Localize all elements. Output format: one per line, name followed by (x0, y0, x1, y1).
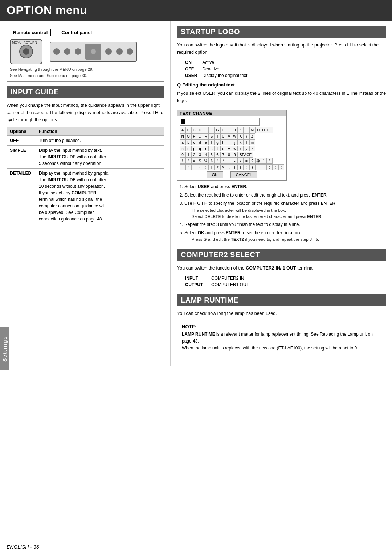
char-k[interactable]: k (238, 139, 244, 145)
char-0[interactable]: 0 (180, 152, 185, 158)
char-u[interactable]: u (220, 146, 226, 151)
char-p[interactable]: p (191, 146, 197, 151)
char-rp3[interactable]: ) (255, 164, 261, 170)
char-Y[interactable]: Y (244, 133, 249, 139)
char-R[interactable]: R (203, 133, 209, 139)
char-minus[interactable]: - (232, 158, 238, 164)
char-w[interactable]: w (232, 146, 238, 151)
char-B[interactable]: B (185, 127, 191, 133)
char-n[interactable]: n (180, 146, 185, 151)
char-q[interactable]: q (197, 146, 203, 151)
char-z[interactable]: z (249, 146, 255, 151)
char-lp4[interactable]: ( (244, 164, 249, 170)
char-lparen[interactable]: ( (197, 164, 203, 170)
char-s[interactable]: s (209, 146, 215, 151)
char-K[interactable]: K (238, 127, 244, 133)
char-H[interactable]: H (220, 127, 226, 133)
char-3[interactable]: 3 (197, 152, 203, 158)
char-plus[interactable]: + (226, 158, 232, 164)
char-9[interactable]: 9 (232, 152, 238, 158)
char-I[interactable]: I (226, 127, 232, 133)
char-6[interactable]: 6 (215, 152, 220, 158)
delete-button[interactable]: DELETE (255, 127, 273, 133)
char-j[interactable]: j (232, 139, 238, 145)
char-t[interactable]: t (215, 146, 220, 151)
char-hash[interactable]: # (191, 158, 197, 164)
char-h[interactable]: h (220, 139, 226, 145)
char-o[interactable]: o (185, 146, 191, 151)
char-E[interactable]: E (203, 127, 209, 133)
char-2[interactable]: 2 (191, 152, 197, 158)
char-dot[interactable]: . (261, 164, 267, 170)
char-J[interactable]: J (232, 127, 238, 133)
char-1[interactable]: 1 (185, 152, 191, 158)
char-X[interactable]: X (238, 133, 244, 139)
char-rp2[interactable]: ) (249, 164, 255, 170)
char-x[interactable]: x (238, 146, 244, 151)
char-grave[interactable]: ~ (191, 164, 197, 170)
char-tilde[interactable]: ~ (180, 164, 185, 170)
char-semicolon[interactable]: ; (278, 164, 284, 170)
char-g[interactable]: g (215, 139, 220, 145)
char-lp3[interactable]: ( (238, 164, 244, 170)
char-d[interactable]: d (197, 139, 203, 145)
char-O[interactable]: O (185, 133, 191, 139)
char-e[interactable]: e (203, 139, 209, 145)
char-5[interactable]: 5 (209, 152, 215, 158)
char-m[interactable]: m (249, 139, 255, 145)
char-y[interactable]: y (244, 146, 249, 151)
char-W[interactable]: W (232, 133, 238, 139)
char-i[interactable]: i (226, 139, 232, 145)
char-eq[interactable]: = (244, 158, 249, 164)
char-T[interactable]: T (215, 133, 220, 139)
char-caret[interactable]: ^ (267, 158, 273, 164)
char-V[interactable]: V (226, 133, 232, 139)
char-L[interactable]: L (244, 127, 249, 133)
char-P[interactable]: P (191, 133, 197, 139)
char-U[interactable]: U (220, 133, 226, 139)
char-dollar[interactable]: $ (197, 158, 203, 164)
char-S[interactable]: S (209, 133, 215, 139)
char-qmark[interactable]: ? (249, 158, 255, 164)
char-apos[interactable]: ' (215, 158, 220, 164)
char-Z[interactable]: Z (249, 133, 255, 139)
char-r[interactable]: r (203, 146, 209, 151)
char-gt[interactable]: > (220, 164, 226, 170)
char-c[interactable]: c (191, 139, 197, 145)
ok-button[interactable]: OK (207, 171, 223, 178)
char-M[interactable]: M (249, 127, 255, 133)
char-7[interactable]: 7 (220, 152, 226, 158)
text-input-field[interactable] (180, 118, 260, 126)
char-lt[interactable]: < (215, 164, 220, 170)
char-F[interactable]: F (209, 127, 215, 133)
char-8[interactable]: 8 (226, 152, 232, 158)
char-lp2[interactable]: ( (232, 164, 238, 170)
char-at[interactable]: @ (255, 158, 261, 164)
char-rparen[interactable]: ) (203, 164, 209, 170)
char-slash[interactable]: / (238, 158, 244, 164)
char-backtick[interactable]: ' (185, 164, 191, 170)
char-D[interactable]: D (197, 127, 203, 133)
space-button[interactable]: SPACE (238, 152, 253, 158)
char-G[interactable]: G (215, 127, 220, 133)
char-excl[interactable]: ! (180, 158, 185, 164)
char-4[interactable]: 4 (203, 152, 209, 158)
char-v[interactable]: v (226, 146, 232, 151)
cancel-button[interactable]: CANCEL (230, 171, 258, 178)
char-amp[interactable]: & (209, 158, 215, 164)
char-bs2[interactable]: \ (226, 164, 232, 170)
char-star[interactable]: * (220, 158, 226, 164)
char-l[interactable]: l (244, 139, 249, 145)
char-A[interactable]: A (180, 127, 185, 133)
char-pipe[interactable]: | (209, 164, 215, 170)
char-C[interactable]: C (191, 127, 197, 133)
char-colon2[interactable]: : (273, 164, 278, 170)
char-percent[interactable]: % (203, 158, 209, 164)
char-N[interactable]: N (180, 133, 185, 139)
char-backslash[interactable]: \ (261, 158, 267, 164)
char-b[interactable]: b (185, 139, 191, 145)
char-a[interactable]: a (180, 139, 185, 145)
char-f[interactable]: f (209, 139, 215, 145)
char-Q[interactable]: Q (197, 133, 203, 139)
char-quote[interactable]: " (185, 158, 191, 164)
